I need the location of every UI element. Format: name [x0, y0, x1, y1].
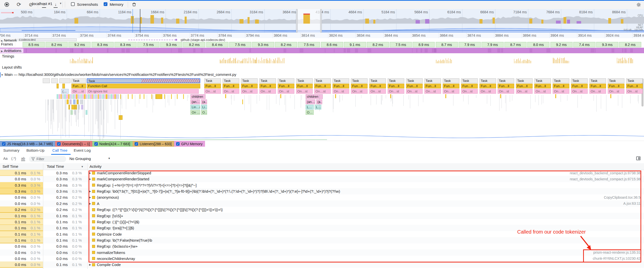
table-row[interactable]: 0.3 ms0.3 %0.3 ms0.3 %RegExp: [-+%=]=?|!…: [0, 182, 644, 188]
table-row[interactable]: 0.1 ms0.1 %0.1 ms0.1 %RegExp: [\s\S]+: [0, 213, 644, 219]
network-track[interactable]: e-api.codecov.dev) github (stage-api.cod…: [0, 38, 644, 41]
function-call-block[interactable]: Fun…ll: [333, 84, 349, 88]
function-call-block[interactable]: Fun…ll: [351, 84, 368, 88]
function-call-block[interactable]: Fun…ll: [479, 84, 496, 88]
frame-cell[interactable]: 9.1 ms: [344, 42, 366, 47]
ignore-list-block[interactable]: On…st: [608, 89, 624, 94]
task-block[interactable]: Task: [461, 78, 478, 83]
table-row[interactable]: 0.0 ms0.0 %0.0 ms0.0 %normalizeTokenspri…: [0, 249, 644, 256]
timeline-overview[interactable]: 500 ms184 ms684 ms1184 ms1684 ms2184 ms2…: [0, 9, 644, 33]
activity-cell[interactable]: ▶markComponentRenderStoppedreact_devtool…: [88, 170, 644, 176]
source-link[interactable]: react_devtools_backend_compact.js:8715:3…: [570, 177, 640, 181]
frame-cell[interactable]: 9.3 ms: [160, 42, 182, 47]
function-call-block[interactable]: Fun…ll: [278, 84, 294, 88]
ignore-list-block[interactable]: On…st: [351, 89, 368, 94]
ignore-list-block[interactable]: On …ist: [190, 110, 200, 115]
task-block[interactable]: Task: [71, 78, 86, 83]
animations-track[interactable]: ▶Animations: [0, 48, 644, 53]
function-call-block[interactable]: Fun…ll: [443, 84, 459, 88]
frame-cell[interactable]: 8.7 ms: [436, 42, 458, 47]
anonymous-block[interactable]: (…: [61, 89, 69, 94]
frame-cell[interactable]: 8.4 ms: [206, 42, 228, 47]
ignore-list-block[interactable]: On…st: [479, 89, 496, 94]
frame-cell[interactable]: 7.9 ms: [481, 42, 504, 47]
frame-cell[interactable]: 7.4 ms: [573, 42, 595, 47]
function-call-block[interactable]: Fun…ll: [406, 84, 423, 88]
function-call-block[interactable]: [57, 84, 59, 88]
frame-cell[interactable]: 8.3 ms: [114, 42, 137, 47]
function-call-block[interactable]: Fun…ll: [498, 84, 514, 88]
task-block[interactable]: Task: [259, 78, 276, 83]
frame-cell[interactable]: 7.5 ms: [390, 42, 412, 47]
task-block[interactable]: Task: [204, 78, 221, 83]
frame-cell[interactable]: 9.2 ms: [550, 42, 573, 47]
ignore-list-block[interactable]: On…st: [424, 89, 441, 94]
expand-arrow-icon[interactable]: ▶: [88, 178, 92, 180]
table-row[interactable]: 0.0 ms0.0 %0.2 ms0.2 %▶AA.jsx:63:11: [0, 200, 644, 207]
function-call-block[interactable]: Fun…ll: [571, 84, 588, 88]
ignore-list-block[interactable]: On…st: [259, 89, 276, 94]
line-content-block[interactable]: L…t: [315, 105, 321, 110]
table-row[interactable]: 0.0 ms0.0 %0.0 ms0.0 %RegExp: (\bclass\s…: [0, 243, 644, 249]
screenshots-checkbox[interactable]: [71, 2, 75, 6]
frame-cell[interactable]: 8.9 ms: [413, 42, 435, 47]
memory-checkbox[interactable]: ✓: [104, 2, 107, 6]
column-self-time[interactable]: Self Time: [3, 164, 18, 169]
table-row[interactable]: 0.1 ms0.1 %0.3 ms0.3 %▶markComponentRend…: [0, 170, 644, 176]
function-call-block[interactable]: Function Call: [87, 84, 200, 88]
main-thread-track-header[interactable]: ▼Main — http://localhost:3000/github/cod…: [0, 72, 644, 77]
activity-cell[interactable]: RegExp: \b(?:False|None|True)\b: [88, 237, 644, 243]
task-block[interactable]: Task: [406, 78, 423, 83]
activity-cell[interactable]: RegExp: (\bclass\s+)\w+: [88, 243, 644, 249]
task-block[interactable]: Task: [369, 78, 386, 83]
line-content-block[interactable]: L…: [306, 105, 314, 110]
ignore-list-block[interactable]: On…st: [296, 89, 313, 94]
frame-cell[interactable]: 7.9 ms: [459, 42, 481, 47]
frame-cell[interactable]: 8.2 ms: [367, 42, 389, 47]
tab-bottom-up[interactable]: Bottom-Up: [26, 148, 45, 152]
frame-cell[interactable]: 7.5 ms: [229, 42, 251, 47]
task-block[interactable]: Task: [516, 78, 533, 83]
task-block[interactable]: [59, 78, 70, 83]
frame-cell[interactable]: 7.5 ms: [137, 42, 159, 47]
function-call-block[interactable]: Fun…ll: [296, 84, 313, 88]
table-row[interactable]: 0.3 ms0.3 %0.3 ms0.3 %▶RegExp: \b0(?:b(?…: [0, 188, 644, 194]
capture-target-select[interactable]: localhost #1: [32, 2, 62, 6]
ignore-list-block[interactable]: On…st: [589, 89, 606, 94]
expand-arrow-icon[interactable]: ▶: [88, 172, 92, 174]
children-block[interactable]: children: [306, 94, 323, 99]
ignore-list-block[interactable]: O…: [306, 110, 314, 115]
expand-arrow-icon[interactable]: ▶: [88, 190, 92, 193]
frame-cell[interactable]: 8.5 ms: [23, 42, 45, 47]
task-block[interactable]: Task: [388, 78, 404, 83]
task-block[interactable]: Task: [223, 78, 239, 83]
column-total-time[interactable]: Total Time: [47, 164, 64, 169]
function-call-block[interactable]: Fun…ll: [369, 84, 386, 88]
activity-cell[interactable]: RegExp: ((?:^|[^{])(?:\{\{)*)\{(?!\{)(?:…: [88, 206, 644, 213]
ignore-list-block[interactable]: On…st: [223, 89, 239, 94]
task-block[interactable]: Task: [589, 78, 606, 83]
ignore-list-block[interactable]: On…st: [443, 89, 459, 94]
function-call-block[interactable]: Fun…ll: [589, 84, 606, 88]
counter-checkbox[interactable]: ✓: [57, 142, 61, 146]
function-call-block[interactable]: Fun…ll: [223, 84, 239, 88]
function-call-block[interactable]: Fun…ll: [71, 84, 86, 88]
selection-left-handle[interactable]: [296, 9, 298, 33]
function-call-block[interactable]: [62, 84, 65, 88]
function-call-block[interactable]: Fun…ll: [204, 84, 221, 88]
table-row[interactable]: 0.0 ms0.0 %0.1 ms0.1 %▶Compile Code: [0, 261, 644, 268]
ignore-list-block[interactable]: On …st: [71, 89, 86, 94]
expand-arrow-icon[interactable]: ▶: [88, 196, 92, 199]
ignore-list-block[interactable]: On…st: [204, 89, 221, 94]
grouping-select[interactable]: No Grouping: [69, 156, 91, 161]
activity-cell[interactable]: RegExp: [-+%=]=?|!=|:=|\*\*?=?|\/\/?=?|<…: [88, 182, 644, 188]
collect-garbage-button[interactable]: [131, 1, 137, 8]
frame-cell[interactable]: 8.3 ms: [92, 42, 114, 47]
function-call-block[interactable]: Fun…ll: [241, 84, 258, 88]
task-block[interactable]: Task: [608, 78, 624, 83]
function-call-block[interactable]: Fun…ll: [626, 84, 643, 88]
source-link[interactable]: CopyClipboard.tsx:36:5: [604, 195, 640, 199]
network-request-bar[interactable]: e-api.codecov.dev): [14, 38, 77, 41]
frame-cell[interactable]: 7.5 ms: [298, 42, 320, 47]
ignore-list-block[interactable]: On…st: [369, 89, 386, 94]
